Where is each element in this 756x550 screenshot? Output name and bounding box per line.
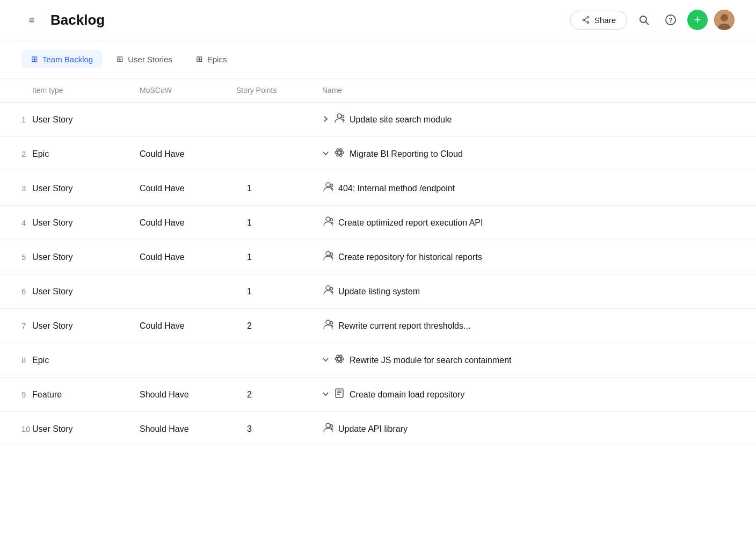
- row-num: 6: [0, 274, 32, 309]
- svg-point-18: [330, 184, 333, 187]
- row-story-points: 3: [236, 412, 322, 446]
- tabs: ⊞ Team Backlog ⊞ User Stories ⊞ Epics: [0, 40, 756, 78]
- table-row: 2EpicCould Have Migrate BI Reporting to …: [0, 137, 756, 171]
- row-num: 2: [0, 137, 32, 171]
- col-header-num: [0, 78, 32, 103]
- row-name-text: Create repository for historical reports: [338, 252, 482, 262]
- row-name-cell: 404: Internal method /endpoint: [322, 171, 756, 206]
- svg-point-26: [330, 322, 333, 324]
- row-name-text: 404: Internal method /endpoint: [338, 184, 455, 193]
- page-title: Backlog: [50, 12, 105, 28]
- tab-team-backlog[interactable]: ⊞ Team Backlog: [21, 50, 103, 68]
- row-moscow: Could Have: [140, 171, 236, 206]
- svg-point-17: [326, 183, 330, 187]
- row-num: 8: [0, 343, 32, 378]
- name-cell-container: Update listing system: [322, 284, 756, 299]
- table-row: 5User StoryCould Have1 Create repository…: [0, 240, 756, 274]
- tab-label-team-backlog: Team Backlog: [42, 55, 93, 64]
- row-name-text: Create domain load repository: [350, 390, 464, 400]
- name-cell-container: Rewrite JS module for search containment: [322, 353, 756, 367]
- user-story-icon: [322, 215, 334, 230]
- row-item-type: User Story: [32, 240, 140, 274]
- row-moscow: Should Have: [140, 378, 236, 412]
- tab-label-user-stories: User Stories: [128, 55, 172, 64]
- tab-user-stories[interactable]: ⊞ User Stories: [107, 50, 182, 68]
- row-moscow: [140, 274, 236, 309]
- user-story-icon: [333, 112, 345, 127]
- user-story-icon: [322, 181, 334, 196]
- expand-chevron-icon[interactable]: [322, 150, 329, 158]
- svg-point-25: [326, 320, 330, 324]
- svg-point-34: [326, 423, 330, 428]
- epic-icon: [333, 147, 345, 161]
- row-item-type: User Story: [32, 171, 140, 206]
- row-name-text: Rewrite current report thresholds...: [338, 321, 470, 331]
- tab-label-epics: Epics: [207, 55, 227, 64]
- hamburger-menu-button[interactable]: ≡: [21, 10, 42, 30]
- expand-chevron-icon[interactable]: [322, 390, 329, 399]
- row-item-type: Feature: [32, 378, 140, 412]
- svg-point-21: [326, 251, 330, 256]
- svg-line-6: [646, 22, 649, 25]
- row-num: 4: [0, 206, 32, 240]
- tab-epics[interactable]: ⊞ Epics: [186, 50, 237, 68]
- svg-point-35: [330, 425, 333, 428]
- svg-point-22: [330, 253, 333, 256]
- row-moscow: Could Have: [140, 206, 236, 240]
- row-story-points: 1: [236, 171, 322, 206]
- search-button[interactable]: [634, 10, 654, 30]
- epic-icon: [333, 353, 345, 367]
- expand-chevron-icon[interactable]: [322, 115, 329, 124]
- name-cell-container: Create repository for historical reports: [322, 250, 756, 264]
- col-header-item-type: Item type: [32, 78, 140, 103]
- tab-icon-user-stories: ⊞: [117, 54, 123, 64]
- row-story-points: [236, 343, 322, 378]
- table-row: 3User StoryCould Have1 404: Internal met…: [0, 171, 756, 206]
- row-name-text: Create optimized report execution API: [338, 218, 483, 228]
- row-name-cell: Migrate BI Reporting to Cloud: [322, 137, 756, 171]
- svg-line-3: [585, 18, 587, 19]
- row-moscow: Could Have: [140, 137, 236, 171]
- svg-point-24: [330, 287, 333, 290]
- col-header-story-points: Story Points: [236, 78, 322, 103]
- feature-icon: [333, 387, 345, 402]
- avatar[interactable]: [714, 10, 735, 30]
- table-row: 9FeatureShould Have2 Create domain load …: [0, 378, 756, 412]
- header-right: Share ? +: [570, 10, 735, 30]
- user-story-icon: [322, 284, 334, 299]
- row-moscow: [140, 103, 236, 137]
- table-row: 10User StoryShould Have3 Update API libr…: [0, 412, 756, 446]
- svg-rect-30: [336, 389, 343, 397]
- svg-point-20: [330, 219, 333, 221]
- row-story-points: 1: [236, 240, 322, 274]
- row-story-points: 1: [236, 206, 322, 240]
- help-button[interactable]: ?: [660, 10, 681, 30]
- svg-point-19: [326, 217, 330, 221]
- user-story-icon: [322, 319, 334, 333]
- header-left: ≡ Backlog: [21, 10, 105, 30]
- user-story-icon: [322, 250, 334, 264]
- backlog-table: Item type MoSCoW Story Points Name 1User…: [0, 78, 756, 446]
- expand-chevron-icon[interactable]: [322, 356, 329, 365]
- row-story-points: [236, 137, 322, 171]
- row-item-type: Epic: [32, 343, 140, 378]
- row-name-text: Update API library: [338, 424, 408, 434]
- row-moscow: Could Have: [140, 309, 236, 343]
- row-num: 5: [0, 240, 32, 274]
- row-name-cell: Create domain load repository: [322, 378, 756, 412]
- share-label: Share: [594, 16, 616, 25]
- add-button[interactable]: +: [687, 10, 708, 30]
- row-moscow: Should Have: [140, 412, 236, 446]
- row-item-type: User Story: [32, 412, 140, 446]
- svg-point-23: [326, 286, 330, 290]
- share-button[interactable]: Share: [570, 11, 627, 30]
- name-cell-container: Create optimized report execution API: [322, 215, 756, 230]
- table-row: 6User Story1 Update listing system: [0, 274, 756, 309]
- col-header-moscow: MoSCoW: [140, 78, 236, 103]
- row-num: 1: [0, 103, 32, 137]
- name-cell-container: Update site search module: [322, 112, 756, 127]
- svg-point-13: [341, 115, 344, 118]
- row-num: 7: [0, 309, 32, 343]
- row-name-cell: Rewrite JS module for search containment: [322, 343, 756, 378]
- row-name-cell: Rewrite current report thresholds...: [322, 309, 756, 343]
